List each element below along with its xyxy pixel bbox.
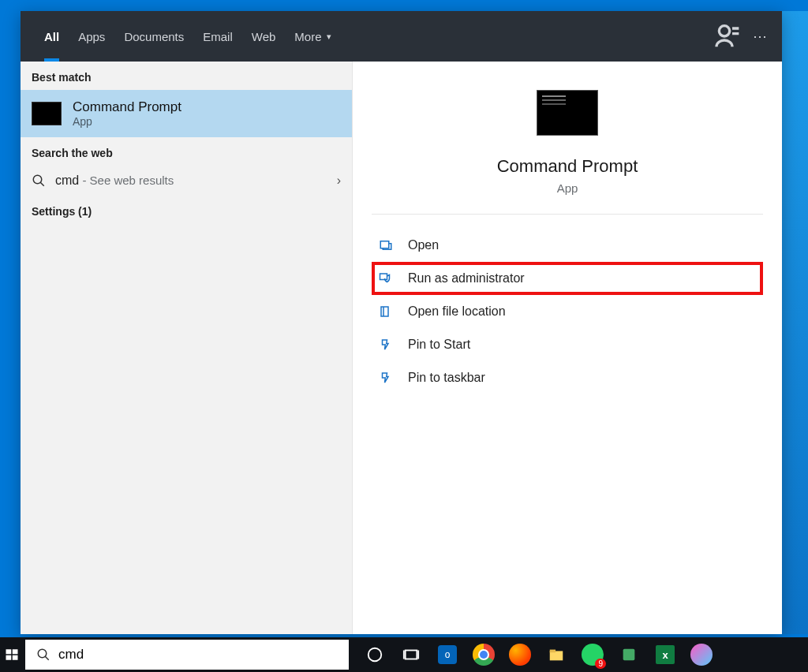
svg-rect-3 — [380, 241, 389, 248]
action-open-label: Open — [408, 238, 439, 252]
preview-actions: Open Run as administrator Open file loca… — [353, 215, 782, 409]
preview-header: Command Prompt App — [372, 62, 763, 215]
action-pin-to-start[interactable]: Pin to Start — [372, 328, 763, 361]
taskbar-search-box[interactable] — [25, 640, 349, 670]
tab-email[interactable]: Email — [193, 11, 242, 62]
web-query: cmd — [55, 174, 79, 187]
whatsapp-badge: 9 — [595, 659, 606, 669]
pin-icon — [378, 371, 394, 385]
settings-heading: Settings (1) — [21, 196, 352, 224]
open-icon — [378, 238, 394, 252]
action-pin-to-taskbar[interactable]: Pin to taskbar — [372, 361, 763, 394]
search-input[interactable] — [58, 647, 338, 663]
tab-more[interactable]: More ▾ — [285, 11, 340, 62]
itunes-icon[interactable] — [683, 637, 720, 672]
windows-icon — [5, 648, 19, 662]
action-run-as-administrator[interactable]: Run as administrator — [372, 262, 763, 295]
desktop-background-strip — [782, 11, 808, 634]
excel-icon[interactable]: x — [647, 637, 683, 672]
action-open-loc-label: Open file location — [408, 304, 506, 319]
tab-apps[interactable]: Apps — [69, 11, 114, 62]
outlook-icon[interactable]: o — [429, 637, 466, 672]
search-icon — [32, 174, 46, 188]
svg-rect-16 — [550, 650, 556, 653]
web-result-text: cmd - See web results — [55, 174, 327, 188]
app-icon[interactable] — [611, 637, 647, 672]
chevron-down-icon: ▾ — [327, 32, 331, 42]
start-button[interactable] — [0, 637, 24, 672]
svg-point-1 — [33, 175, 42, 184]
action-run-admin-label: Run as administrator — [408, 271, 525, 286]
svg-rect-6 — [13, 649, 18, 654]
command-prompt-icon — [32, 102, 62, 125]
more-options-icon[interactable]: ⋯ — [744, 28, 776, 45]
task-view-icon[interactable] — [393, 637, 429, 672]
file-explorer-icon[interactable] — [538, 637, 574, 672]
command-prompt-preview-icon — [537, 90, 598, 136]
chevron-right-icon: › — [337, 174, 341, 188]
search-web-item[interactable]: cmd - See web results › — [21, 166, 352, 196]
best-match-title: Command Prompt — [73, 99, 181, 115]
svg-line-10 — [45, 656, 49, 660]
feedback-icon[interactable] — [713, 21, 744, 52]
svg-rect-4 — [380, 274, 387, 280]
best-match-subtitle: App — [73, 115, 181, 128]
search-web-heading: Search the web — [21, 137, 352, 166]
svg-point-11 — [368, 648, 382, 662]
tab-documents[interactable]: Documents — [114, 11, 193, 62]
search-icon — [36, 648, 50, 662]
pin-icon — [378, 338, 394, 352]
web-hint: - See web results — [79, 174, 174, 187]
whatsapp-icon[interactable]: 9 — [574, 637, 611, 672]
tab-more-label: More — [294, 30, 321, 43]
search-tabs: All Apps Documents Email Web More ▾ ⋯ — [21, 11, 782, 62]
preview-pane: Command Prompt App Open Run as administr… — [352, 62, 782, 634]
taskbar: o 9 x — [0, 637, 808, 672]
best-match-heading: Best match — [21, 62, 352, 90]
tab-web[interactable]: Web — [242, 11, 286, 62]
shield-icon — [378, 271, 394, 286]
svg-line-2 — [40, 182, 44, 186]
action-pin-taskbar-label: Pin to taskbar — [408, 371, 485, 385]
svg-rect-5 — [6, 649, 12, 654]
action-open-file-location[interactable]: Open file location — [372, 295, 763, 328]
chrome-icon[interactable] — [466, 637, 502, 672]
firefox-icon[interactable] — [502, 637, 538, 672]
preview-subtitle: App — [557, 181, 578, 195]
cortana-icon[interactable] — [357, 637, 393, 672]
svg-rect-17 — [623, 649, 635, 661]
preview-title: Command Prompt — [497, 156, 638, 177]
folder-icon — [378, 304, 394, 319]
svg-point-0 — [719, 26, 729, 36]
results-list: Best match Command Prompt App Search the… — [21, 62, 352, 634]
search-body: Best match Command Prompt App Search the… — [21, 62, 782, 634]
tab-all[interactable]: All — [35, 11, 69, 62]
taskbar-icons: o 9 x — [357, 637, 720, 672]
svg-point-9 — [38, 649, 47, 658]
search-results-panel: All Apps Documents Email Web More ▾ ⋯ Be… — [21, 11, 782, 634]
svg-rect-12 — [406, 651, 417, 659]
best-match-item[interactable]: Command Prompt App — [21, 90, 352, 137]
action-open[interactable]: Open — [372, 229, 763, 262]
action-pin-start-label: Pin to Start — [408, 338, 470, 352]
svg-rect-7 — [6, 655, 12, 660]
svg-rect-8 — [13, 655, 18, 660]
